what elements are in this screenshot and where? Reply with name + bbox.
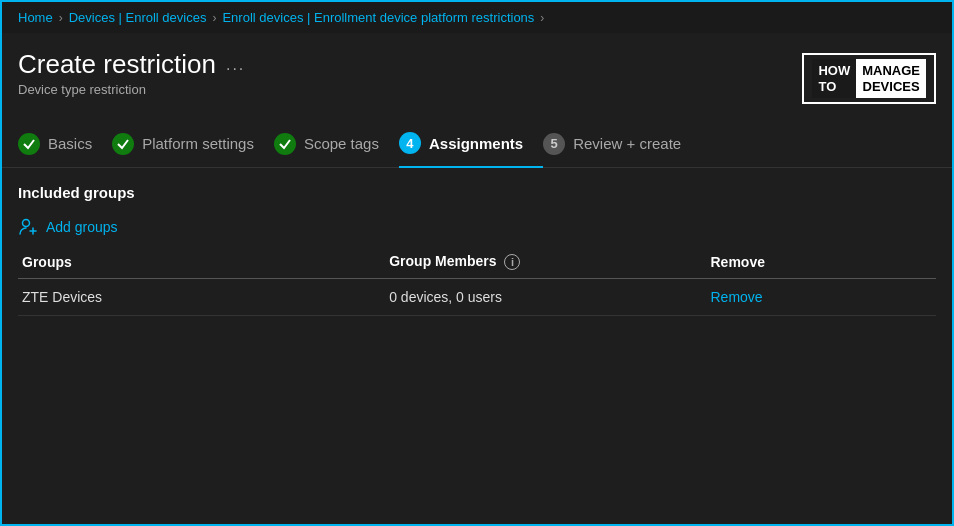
col-header-members: Group Members i bbox=[385, 245, 706, 279]
logo-how: HOW TO bbox=[812, 59, 856, 98]
add-groups-label: Add groups bbox=[46, 219, 118, 235]
col-header-groups: Groups bbox=[18, 245, 385, 279]
step-review-label: Review + create bbox=[573, 135, 681, 152]
step-scope-label: Scope tags bbox=[304, 135, 379, 152]
section-title: Included groups bbox=[18, 184, 936, 201]
page-title-text: Create restriction bbox=[18, 49, 216, 80]
page-header: Create restriction ... Device type restr… bbox=[2, 33, 952, 112]
step-platform-icon bbox=[112, 133, 134, 155]
step-review-icon: 5 bbox=[543, 133, 565, 155]
logo-manage-line1: MANAGE bbox=[862, 63, 920, 79]
breadcrumb-sep-1: › bbox=[59, 11, 63, 25]
page-subtitle: Device type restriction bbox=[18, 82, 245, 97]
table-header-row: Groups Group Members i Remove bbox=[18, 245, 936, 279]
step-assignments-label: Assignments bbox=[429, 135, 523, 152]
step-platform-label: Platform settings bbox=[142, 135, 254, 152]
main-panel: Create restriction ... Device type restr… bbox=[2, 33, 952, 525]
page-title: Create restriction ... bbox=[18, 49, 245, 80]
groups-table: Groups Group Members i Remove ZTE Device… bbox=[18, 245, 936, 316]
breadcrumb: Home › Devices | Enroll devices › Enroll… bbox=[2, 2, 952, 33]
group-name: ZTE Devices bbox=[18, 279, 385, 316]
logo: HOW TO MANAGE DEVICES bbox=[802, 53, 936, 104]
logo-how-line2: TO bbox=[818, 79, 850, 95]
more-options-button[interactable]: ... bbox=[226, 56, 245, 74]
step-review[interactable]: 5 Review + create bbox=[543, 125, 701, 167]
logo-manage-line2: DEVICES bbox=[862, 79, 920, 95]
table-row: ZTE Devices 0 devices, 0 users Remove bbox=[18, 279, 936, 316]
col-members-label: Group Members bbox=[389, 253, 496, 269]
logo-manage: MANAGE DEVICES bbox=[856, 59, 926, 98]
step-basics[interactable]: Basics bbox=[18, 125, 112, 167]
svg-point-0 bbox=[23, 220, 30, 227]
remove-button[interactable]: Remove bbox=[710, 289, 762, 305]
breadcrumb-sep-2: › bbox=[212, 11, 216, 25]
breadcrumb-home[interactable]: Home bbox=[18, 10, 53, 25]
step-platform[interactable]: Platform settings bbox=[112, 125, 274, 167]
step-scope[interactable]: Scope tags bbox=[274, 125, 399, 167]
add-groups-button[interactable]: Add groups bbox=[18, 213, 118, 245]
col-header-remove: Remove bbox=[706, 245, 936, 279]
step-assignments[interactable]: 4 Assignments bbox=[399, 124, 543, 168]
logo-how-line1: HOW bbox=[818, 63, 850, 79]
group-members: 0 devices, 0 users bbox=[385, 279, 706, 316]
step-scope-icon bbox=[274, 133, 296, 155]
add-groups-icon bbox=[18, 217, 38, 237]
breadcrumb-restriction: Enroll devices | Enrollment device platf… bbox=[222, 10, 534, 25]
info-icon[interactable]: i bbox=[504, 254, 520, 270]
step-assignments-icon: 4 bbox=[399, 132, 421, 154]
wizard-steps: Basics Platform settings Scope tags 4 As… bbox=[2, 112, 952, 168]
group-remove-cell: Remove bbox=[706, 279, 936, 316]
header-left: Create restriction ... Device type restr… bbox=[18, 49, 245, 97]
breadcrumb-enroll[interactable]: Devices | Enroll devices bbox=[69, 10, 207, 25]
content-area: Included groups Add groups Groups bbox=[2, 168, 952, 332]
breadcrumb-sep-3: › bbox=[540, 11, 544, 25]
step-basics-icon bbox=[18, 133, 40, 155]
step-basics-label: Basics bbox=[48, 135, 92, 152]
